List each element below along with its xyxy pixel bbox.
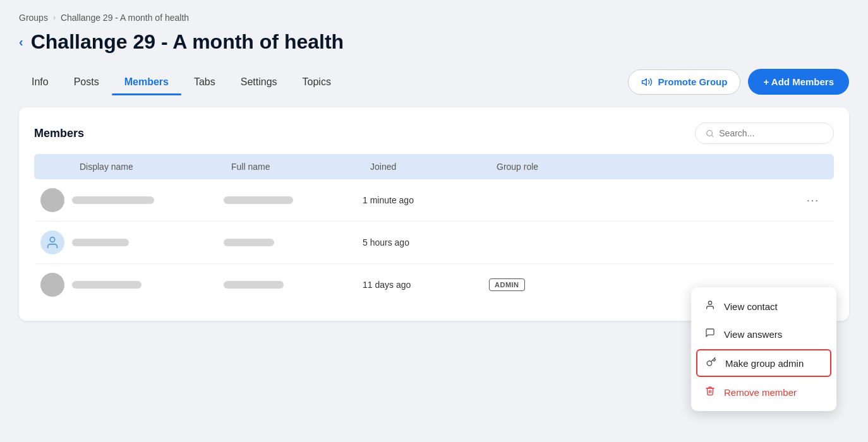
display-name-blurred-1 <box>72 196 154 204</box>
tabs-container: Info Posts Members Tabs Settings Topics <box>19 70 344 94</box>
full-name-cell-1 <box>224 196 363 204</box>
breadcrumb-separator: › <box>53 13 56 22</box>
tab-info[interactable]: Info <box>19 70 61 94</box>
col-display-name: Display name <box>72 162 224 172</box>
joined-cell-2: 5 hours ago <box>363 237 489 248</box>
display-name-cell-2 <box>72 239 224 246</box>
full-name-cell-3 <box>224 281 363 289</box>
page-title: Challange 29 - A month of health <box>31 30 344 54</box>
remove-member-label: Remove member <box>724 387 797 398</box>
joined-text-2: 5 hours ago <box>363 237 409 248</box>
breadcrumb: Groups › Challange 29 - A month of healt… <box>19 13 849 23</box>
view-answers-label: View answers <box>724 329 782 340</box>
menu-item-remove-member[interactable]: Remove member <box>691 378 836 406</box>
table-row: 1 minute ago ⋯ <box>34 179 834 222</box>
add-members-label: + Add Members <box>763 76 834 87</box>
col-group-role: Group role <box>489 162 802 172</box>
full-name-blurred-1 <box>224 196 293 204</box>
tab-tabs[interactable]: Tabs <box>181 70 228 94</box>
admin-badge: ADMIN <box>489 278 525 291</box>
tab-topics[interactable]: Topics <box>290 70 344 94</box>
tab-settings[interactable]: Settings <box>228 70 290 94</box>
joined-cell-1: 1 minute ago <box>363 194 489 206</box>
members-header: Members <box>34 122 834 144</box>
table-row: 5 hours ago <box>34 222 834 264</box>
avatar-1 <box>40 188 64 212</box>
svg-marker-0 <box>642 78 647 85</box>
avatar-3 <box>40 273 64 297</box>
tab-members[interactable]: Members <box>112 70 181 94</box>
menu-item-view-contact[interactable]: View contact <box>691 292 836 320</box>
page-header: ‹ Challange 29 - A month of health <box>19 30 849 54</box>
key-icon <box>705 357 718 369</box>
actions-cell-1: ⋯ <box>802 190 834 210</box>
menu-item-view-answers[interactable]: View answers <box>691 320 836 348</box>
make-admin-label: Make group admin <box>725 358 804 369</box>
avatar-cell-1 <box>34 188 72 212</box>
view-contact-label: View contact <box>724 301 778 312</box>
promote-group-button[interactable]: Promote Group <box>628 69 740 95</box>
row-menu-button-1[interactable]: ⋯ <box>802 190 823 210</box>
menu-item-make-admin[interactable]: Make group admin <box>696 349 831 377</box>
search-icon <box>706 129 714 138</box>
avatar-2 <box>40 230 64 254</box>
avatar-cell-2 <box>34 230 72 254</box>
col-joined: Joined <box>363 162 489 172</box>
joined-text-3: 11 days ago <box>363 280 411 290</box>
breadcrumb-current: Challange 29 - A month of health <box>61 13 189 23</box>
add-members-button[interactable]: + Add Members <box>748 69 849 95</box>
joined-text-1: 1 minute ago <box>363 195 414 205</box>
search-input[interactable] <box>719 128 823 138</box>
back-button[interactable]: ‹ <box>19 35 23 49</box>
avatar-cell-3 <box>34 273 72 297</box>
chat-icon <box>704 328 716 340</box>
display-name-blurred-2 <box>72 239 129 246</box>
full-name-blurred-3 <box>224 281 284 289</box>
person-icon <box>704 300 716 313</box>
tab-actions: Promote Group + Add Members <box>628 69 849 95</box>
display-name-cell-1 <box>72 196 224 204</box>
display-name-blurred-3 <box>72 281 142 289</box>
svg-line-2 <box>711 135 713 136</box>
full-name-blurred-2 <box>224 239 274 246</box>
breadcrumb-parent[interactable]: Groups <box>19 13 48 23</box>
joined-cell-3: 11 days ago <box>363 279 489 290</box>
megaphone-icon <box>641 76 653 88</box>
context-menu: View contact View answers Make group adm… <box>691 287 836 411</box>
svg-point-4 <box>708 301 711 304</box>
search-box <box>695 122 834 144</box>
full-name-cell-2 <box>224 239 363 246</box>
svg-point-3 <box>50 237 54 242</box>
col-full-name: Full name <box>224 162 363 172</box>
user-icon <box>45 236 59 249</box>
members-title: Members <box>34 127 84 140</box>
col-avatar <box>34 162 72 172</box>
tab-posts[interactable]: Posts <box>61 70 112 94</box>
col-actions <box>802 162 834 172</box>
trash-icon <box>704 386 716 398</box>
table-header: Display name Full name Joined Group role <box>34 154 834 179</box>
promote-group-label: Promote Group <box>658 76 727 87</box>
tab-bar: Info Posts Members Tabs Settings Topics … <box>19 69 849 95</box>
display-name-cell-3 <box>72 281 224 289</box>
